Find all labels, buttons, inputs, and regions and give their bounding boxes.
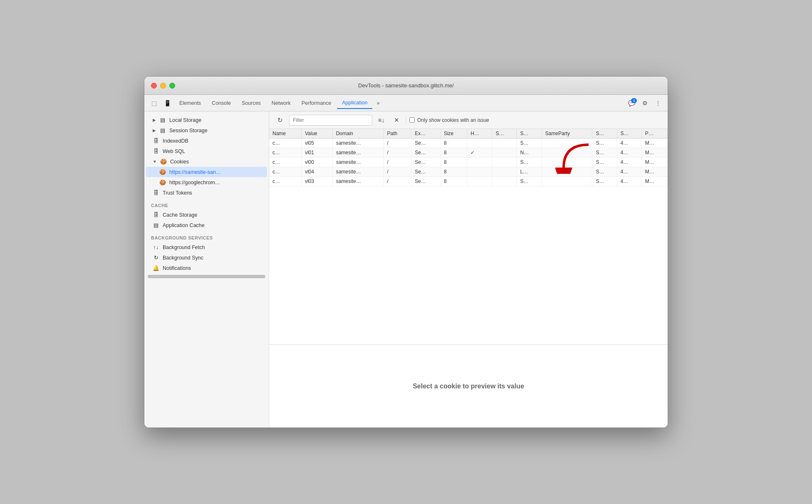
sidebar-label: Session Storage [169,128,208,133]
toolbar-separator [406,116,406,124]
chat-badge: 4 [631,98,637,103]
col-header-secure[interactable]: S… [492,129,517,138]
show-issues-checkbox[interactable] [409,117,415,123]
col-header-s2[interactable]: S… [592,129,617,138]
table-cell [467,158,492,167]
tab-performance[interactable]: Performance [297,97,337,109]
tab-more[interactable]: » [373,97,383,109]
table-cell: 4… [617,177,641,186]
table-row[interactable]: c…vl01samesite…/Se…8✓N…S…4…M… [269,148,668,158]
cookies-table-scroll[interactable]: Name Value Domain Path Ex… Size H… S… S…… [269,129,668,344]
sidebar-item-background-sync[interactable]: ↻ Background Sync [146,252,267,263]
sidebar-item-application-cache[interactable]: ▤ Application Cache [146,220,267,230]
tab-application[interactable]: Application [337,97,372,109]
tab-console[interactable]: Console [207,97,236,109]
sidebar-item-session-storage[interactable]: ▶ ▤ Session Storage [146,125,267,136]
col-header-samesite1[interactable]: S… [517,129,542,138]
table-cell: 4… [617,158,641,167]
filter-input[interactable] [289,115,372,126]
refresh-button[interactable]: ↻ [274,114,286,126]
col-header-expires[interactable]: Ex… [411,129,441,138]
table-cell: samesite… [332,167,384,177]
col-header-domain[interactable]: Domain [332,129,384,138]
sidebar-item-cookies[interactable]: ▼ 🍪 Cookies [146,156,267,167]
table-cell: samesite… [332,148,384,158]
clear-filter-button[interactable]: ✕ [391,114,402,126]
tab-sources[interactable]: Sources [237,97,266,109]
tab-network[interactable]: Network [267,97,296,109]
table-cell [542,148,592,158]
close-button[interactable] [151,83,157,89]
sidebar-label: Background Fetch [163,245,205,250]
table-cell: vl00 [301,158,332,167]
table-cell: samesite… [332,138,384,148]
col-header-s3[interactable]: S… [617,129,641,138]
table-cell: 4… [617,148,641,158]
title-bar: DevTools - samesite-sandbox.glitch.me/ [144,77,668,95]
table-cell: M… [641,158,667,167]
col-header-name[interactable]: Name [269,129,301,138]
col-header-value[interactable]: Value [301,129,332,138]
table-cell: S… [517,177,542,186]
show-issues-checkbox-label[interactable]: Only show cookies with an issue [409,117,489,123]
table-cell: S… [592,148,617,158]
scrollbar[interactable] [148,275,265,278]
table-cell: 4… [617,138,641,148]
filter-options-button[interactable]: ≡↓ [376,114,387,126]
fetch-icon: ↑↓ [153,244,159,250]
sidebar-item-samesite-san[interactable]: 🍪 https://samesite-san… [146,167,267,177]
sidebar-item-notifications[interactable]: 🔔 Notifications [146,263,267,273]
cache-section-header: Cache [144,198,269,210]
settings-icon[interactable]: ⚙ [639,97,651,109]
table-cell: Se… [411,158,441,167]
col-header-httponly[interactable]: H… [467,129,492,138]
sidebar-item-trust-tokens[interactable]: 🗄 Trust Tokens [146,188,267,198]
table-cell: S… [592,158,617,167]
sidebar-item-cache-storage[interactable]: 🗄 Cache Storage [146,210,267,220]
col-header-path[interactable]: Path [384,129,411,138]
storage-icon: ▤ [159,117,166,123]
sidebar: ▶ ▤ Local Storage ▶ ▤ Session Storage 🗄 … [144,111,269,427]
table-cell: M… [641,177,667,186]
table-cell: M… [641,148,667,158]
sidebar-label: https://samesite-san… [169,169,221,175]
table-cell: S… [517,158,542,167]
sidebar-label: Trust Tokens [163,190,192,196]
col-header-size[interactable]: Size [440,129,467,138]
sidebar-item-googlechrom[interactable]: 🍪 https://googlechrom… [146,177,267,188]
inspect-icon[interactable]: ⬚ [148,97,160,109]
col-header-sameparty[interactable]: SameParty [542,129,592,138]
table-row[interactable]: c…vl04samesite…/Se…8L…S…4…M… [269,167,668,177]
table-cell: Se… [411,148,441,158]
table-row[interactable]: c…vl03samesite…/Se…8S…S…4…M… [269,177,668,186]
db-icon: 🗄 [153,190,159,196]
table-cell [542,158,592,167]
sidebar-item-background-fetch[interactable]: ↑↓ Background Fetch [146,242,267,252]
table-cell [467,177,492,186]
tab-elements[interactable]: Elements [174,97,206,109]
table-cell: vl03 [301,177,332,186]
sidebar-item-local-storage[interactable]: ▶ ▤ Local Storage [146,115,267,125]
toolbar: ↻ ≡↓ ✕ Only show cookies with an issue [269,111,668,129]
table-cell: L… [517,167,542,177]
table-row[interactable]: c…vl00samesite…/Se…8S…S…4…M… [269,158,668,167]
col-header-p[interactable]: P… [641,129,667,138]
table-row[interactable]: c…vl05samesite…/Se…8S…S…4…M… [269,138,668,148]
more-options-icon[interactable]: ⋮ [652,97,664,109]
chat-button[interactable]: 💬 4 [625,97,638,109]
device-icon[interactable]: 📱 [161,97,173,109]
sidebar-label: Local Storage [169,117,201,123]
maximize-button[interactable] [169,83,175,89]
sidebar-item-indexeddb[interactable]: 🗄 IndexedDB [146,136,267,146]
table-cell: vl05 [301,138,332,148]
tab-bar: ⬚ 📱 Elements Console Sources Network Per… [144,95,668,111]
sidebar-item-web-sql[interactable]: 🗄 Web SQL [146,146,267,156]
arrow-icon: ▶ [153,128,156,133]
table-cell: 8 [440,158,467,167]
arrow-icon: ▼ [153,159,157,164]
sidebar-label: Web SQL [163,148,185,154]
minimize-button[interactable] [160,83,166,89]
table-cell: M… [641,138,667,148]
arrow-icon: ▶ [153,118,156,122]
table-cell: 8 [440,138,467,148]
